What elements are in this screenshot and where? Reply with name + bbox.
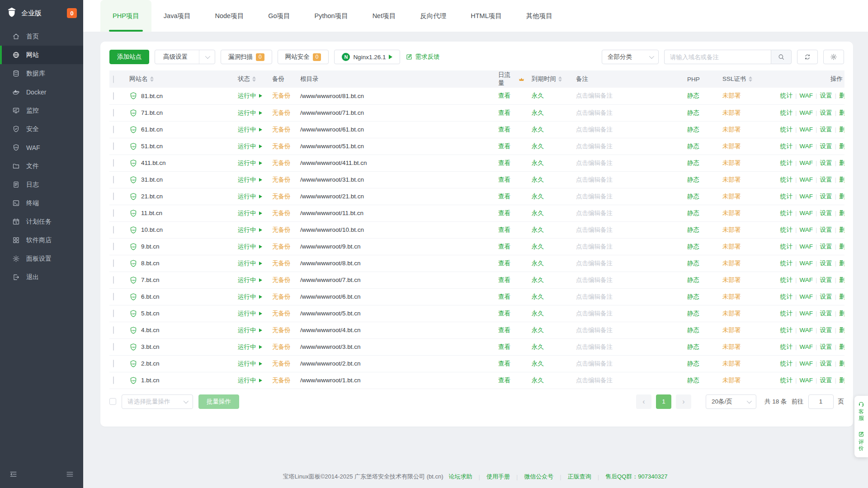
notice-count-badge[interactable]: 0 — [67, 8, 77, 18]
sidebar-item-cron[interactable]: 计划任务 — [0, 212, 83, 231]
select-all-checkbox[interactable] — [113, 75, 114, 83]
action-WAF-link[interactable]: WAF — [800, 176, 813, 183]
page-size-select[interactable]: 20条/页 — [706, 394, 756, 409]
sidebar-item-store[interactable]: 软件商店 — [0, 231, 83, 249]
php-version-link[interactable]: 静态 — [687, 327, 699, 333]
backup-link[interactable]: 无备份 — [272, 243, 291, 250]
sidebar-item-waf[interactable]: WAFWAF — [0, 138, 83, 157]
tab-HTML项目[interactable]: HTML项目 — [458, 0, 514, 32]
ssl-status-link[interactable]: 未部署 — [722, 260, 741, 267]
row-checkbox[interactable] — [113, 176, 114, 183]
action-WAF-link[interactable]: WAF — [800, 193, 813, 200]
root-path-link[interactable]: /www/wwwroot/10.bt.cn — [300, 226, 364, 233]
site-status[interactable]: 运行中 — [238, 276, 262, 284]
ssl-status-link[interactable]: 未部署 — [722, 310, 741, 317]
add-site-button[interactable]: 添加站点 — [109, 50, 149, 64]
php-version-link[interactable]: 静态 — [687, 243, 699, 250]
backup-link[interactable]: 无备份 — [272, 126, 291, 133]
prev-page-button[interactable]: ‹ — [636, 394, 651, 409]
edit-note-link[interactable]: 点击编辑备注 — [576, 143, 613, 150]
expire-time-link[interactable]: 永久 — [532, 160, 544, 166]
action-删除-link[interactable]: 删除 — [839, 310, 844, 317]
edit-note-link[interactable]: 点击编辑备注 — [576, 92, 613, 99]
action-删除-link[interactable]: 删除 — [839, 126, 844, 133]
php-version-link[interactable]: 静态 — [687, 360, 699, 367]
site-status[interactable]: 运行中 — [238, 159, 262, 167]
expire-time-link[interactable]: 永久 — [532, 377, 544, 384]
sidebar-item-monitor[interactable]: 监控 — [0, 101, 83, 120]
site-status[interactable]: 运行中 — [238, 343, 262, 351]
action-统计-link[interactable]: 统计 — [780, 193, 793, 200]
sidebar-item-globe[interactable]: 网站 — [0, 46, 83, 64]
advanced-settings-dropdown[interactable] — [199, 50, 215, 64]
action-设置-link[interactable]: 设置 — [820, 226, 832, 233]
traffic-view-link[interactable]: 查看 — [498, 243, 510, 250]
root-path-link[interactable]: /www/wwwroot/7.bt.cn — [300, 277, 361, 283]
php-version-link[interactable]: 静态 — [687, 277, 699, 283]
action-统计-link[interactable]: 统计 — [780, 293, 793, 300]
row-checkbox[interactable] — [113, 243, 114, 250]
action-删除-link[interactable]: 删除 — [839, 109, 844, 116]
traffic-view-link[interactable]: 查看 — [498, 360, 510, 367]
rate-button[interactable]: 评价 — [858, 431, 864, 451]
column-header-expire[interactable]: 到期时间 — [528, 70, 572, 88]
action-统计-link[interactable]: 统计 — [780, 109, 793, 116]
edit-note-link[interactable]: 点击编辑备注 — [576, 343, 613, 350]
select-all-bottom-checkbox[interactable] — [109, 398, 116, 405]
ssl-status-link[interactable]: 未部署 — [722, 226, 741, 233]
backup-link[interactable]: 无备份 — [272, 109, 291, 116]
action-统计-link[interactable]: 统计 — [780, 160, 793, 166]
sort-icon[interactable] — [252, 76, 256, 82]
traffic-view-link[interactable]: 查看 — [498, 126, 510, 133]
edit-note-link[interactable]: 点击编辑备注 — [576, 377, 613, 384]
expire-time-link[interactable]: 永久 — [532, 226, 544, 233]
expire-time-link[interactable]: 永久 — [532, 243, 544, 250]
action-WAF-link[interactable]: WAF — [800, 293, 813, 300]
row-checkbox[interactable] — [113, 310, 114, 317]
site-status[interactable]: 运行中 — [238, 293, 262, 301]
ssl-status-link[interactable]: 未部署 — [722, 176, 741, 183]
tab-Python项目[interactable]: Python项目 — [302, 0, 360, 32]
sidebar-item-home[interactable]: 首页 — [0, 27, 83, 46]
footer-link[interactable]: 售后QQ群：907340327 — [605, 473, 667, 481]
ssl-status-link[interactable]: 未部署 — [722, 377, 741, 384]
row-checkbox[interactable] — [113, 276, 114, 284]
action-设置-link[interactable]: 设置 — [820, 126, 832, 133]
backup-link[interactable]: 无备份 — [272, 343, 291, 350]
action-WAF-link[interactable]: WAF — [800, 377, 813, 384]
php-version-link[interactable]: 静态 — [687, 343, 699, 350]
action-统计-link[interactable]: 统计 — [780, 92, 793, 99]
site-status[interactable]: 运行中 — [238, 109, 262, 117]
action-设置-link[interactable]: 设置 — [820, 327, 832, 333]
action-WAF-link[interactable]: WAF — [800, 310, 813, 317]
tab-Net项目[interactable]: Net项目 — [360, 0, 408, 32]
root-path-link[interactable]: /www/wwwroot/5.bt.cn — [300, 310, 361, 317]
action-删除-link[interactable]: 删除 — [839, 176, 844, 183]
expire-time-link[interactable]: 永久 — [532, 360, 544, 367]
row-checkbox[interactable] — [113, 126, 114, 133]
sidebar-item-logout[interactable]: 退出 — [0, 268, 83, 286]
sort-icon[interactable] — [558, 76, 562, 82]
root-path-link[interactable]: /www/wwwroot/2.bt.cn — [300, 360, 361, 367]
footer-link[interactable]: 论坛求助 — [449, 473, 472, 481]
edit-note-link[interactable]: 点击编辑备注 — [576, 310, 613, 317]
site-status[interactable]: 运行中 — [238, 209, 262, 217]
root-path-link[interactable]: /www/wwwroot/21.bt.cn — [300, 193, 364, 200]
sidebar-item-database[interactable]: 数据库 — [0, 64, 83, 83]
action-删除-link[interactable]: 删除 — [839, 160, 844, 166]
expire-time-link[interactable]: 永久 — [532, 176, 544, 183]
action-设置-link[interactable]: 设置 — [820, 160, 832, 166]
backup-link[interactable]: 无备份 — [272, 92, 291, 99]
action-删除-link[interactable]: 删除 — [839, 143, 844, 150]
ssl-status-link[interactable]: 未部署 — [722, 143, 741, 150]
backup-link[interactable]: 无备份 — [272, 293, 291, 300]
site-name-link[interactable]: 11.bt.cn — [141, 210, 162, 216]
php-version-link[interactable]: 静态 — [687, 160, 699, 166]
advanced-settings-label[interactable]: 高级设置 — [155, 50, 196, 64]
action-设置-link[interactable]: 设置 — [820, 92, 832, 99]
action-统计-link[interactable]: 统计 — [780, 377, 793, 384]
site-status[interactable]: 运行中 — [238, 226, 262, 234]
next-page-button[interactable]: › — [676, 394, 691, 409]
root-path-link[interactable]: /www/wwwroot/6.bt.cn — [300, 293, 361, 300]
site-name-link[interactable]: 51.bt.cn — [141, 143, 163, 150]
